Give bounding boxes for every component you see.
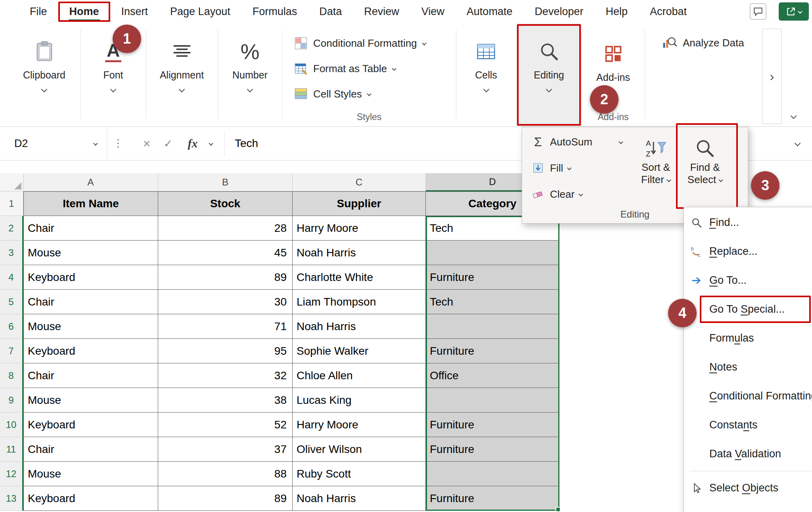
analyze-data-button[interactable]: Analyze Data: [662, 35, 744, 50]
row-header-13[interactable]: 13: [0, 486, 23, 511]
cell-B9[interactable]: 38: [158, 388, 293, 413]
cell-A10[interactable]: Keyboard: [23, 413, 158, 437]
menu-item-data-validation[interactable]: Data Validation: [684, 439, 812, 468]
cell-C3[interactable]: Noah Harris: [293, 241, 426, 265]
cell-A12[interactable]: Mouse: [23, 462, 158, 486]
cell-D8[interactable]: Office: [426, 363, 559, 388]
cell-C9[interactable]: Lucas King: [293, 388, 426, 413]
column-header-b[interactable]: B: [158, 173, 293, 191]
cell-B6[interactable]: 71: [158, 314, 293, 339]
cell-C6[interactable]: Noah Harris: [293, 314, 426, 339]
format-as-table-button[interactable]: Format as Table: [282, 56, 456, 81]
column-header-a[interactable]: A: [23, 173, 158, 191]
menu-tab-view[interactable]: View: [410, 0, 456, 23]
menu-item-notes[interactable]: Notes: [684, 353, 812, 382]
cell-A4[interactable]: Keyboard: [23, 265, 158, 290]
menu-tab-file[interactable]: File: [19, 0, 58, 23]
row-header-4[interactable]: 4: [0, 265, 23, 290]
cell-D10[interactable]: Furniture: [426, 413, 559, 437]
cell-A13[interactable]: Keyboard: [23, 486, 158, 511]
cell-D11[interactable]: Furniture: [426, 437, 559, 462]
cell-D5[interactable]: Tech: [426, 290, 559, 314]
share-button[interactable]: [779, 2, 809, 21]
cell-B8[interactable]: 32: [158, 363, 293, 388]
row-header-8[interactable]: 8: [0, 363, 23, 388]
menu-tab-review[interactable]: Review: [353, 0, 410, 23]
cell-D13[interactable]: Furniture: [426, 486, 559, 511]
menu-item-go-to[interactable]: Go To...: [684, 266, 812, 295]
menu-tab-formulas[interactable]: Formulas: [241, 0, 308, 23]
menu-item-find[interactable]: Find...: [684, 208, 812, 237]
insert-function-button[interactable]: fx: [183, 127, 202, 160]
formula-bar-value[interactable]: Tech: [235, 127, 258, 160]
formula-bar-resizer[interactable]: [117, 143, 119, 144]
cell-C11[interactable]: Oliver Wilson: [293, 437, 426, 462]
menu-tab-developer[interactable]: Developer: [523, 0, 594, 23]
cell-A5[interactable]: Chair: [23, 290, 158, 314]
cell-D7[interactable]: Furniture: [426, 339, 559, 363]
cell-D12[interactable]: [426, 462, 559, 486]
row-header-6[interactable]: 6: [0, 314, 23, 339]
name-box[interactable]: D2: [0, 127, 107, 160]
row-header-9[interactable]: 9: [0, 388, 23, 413]
row-header-11[interactable]: 11: [0, 437, 23, 462]
confirm-entry-button[interactable]: ✓: [160, 127, 176, 160]
cell-B2[interactable]: 28: [158, 216, 293, 241]
row-header-10[interactable]: 10: [0, 413, 23, 437]
menu-item-selection-pane[interactable]: Selection Pane...: [684, 502, 812, 512]
cell-B11[interactable]: 37: [158, 437, 293, 462]
cells-button[interactable]: Cells: [456, 23, 516, 126]
cell-D9[interactable]: [426, 388, 559, 413]
cell-C7[interactable]: Sophie Walker: [293, 339, 426, 363]
menu-item-formulas[interactable]: Formulas: [684, 324, 812, 353]
menu-item-constants[interactable]: Constants: [684, 411, 812, 439]
clipboard-button[interactable]: Clipboard: [8, 23, 80, 126]
expand-formula-bar-icon[interactable]: [795, 140, 801, 147]
sort-filter-button[interactable]: AZ Sort & Filter: [632, 130, 680, 200]
cell-C10[interactable]: Harry Moore: [293, 413, 426, 437]
menu-tab-insert[interactable]: Insert: [110, 0, 159, 23]
cell-B13[interactable]: 89: [158, 486, 293, 511]
conditional-formatting-button[interactable]: Conditional Formatting: [282, 31, 456, 56]
menu-tab-data[interactable]: Data: [308, 0, 353, 23]
comments-button[interactable]: [750, 3, 766, 20]
menu-tab-help[interactable]: Help: [595, 0, 639, 23]
cell-D3[interactable]: [426, 241, 559, 265]
cell-A6[interactable]: Mouse: [23, 314, 158, 339]
menu-tab-home[interactable]: Home: [58, 0, 110, 23]
select-all-corner[interactable]: [0, 173, 23, 191]
menu-item-go-to-special[interactable]: Go To Special...: [684, 295, 812, 324]
cell-A7[interactable]: Keyboard: [23, 339, 158, 363]
menu-tab-automate[interactable]: Automate: [456, 0, 524, 23]
collapse-ribbon-icon[interactable]: [791, 113, 797, 119]
cell-B5[interactable]: 30: [158, 290, 293, 314]
cell-C1[interactable]: Supplier: [293, 191, 426, 216]
row-header-1[interactable]: 1: [0, 191, 23, 216]
editing-button[interactable]: Editing: [516, 23, 582, 126]
row-header-3[interactable]: 3: [0, 241, 23, 265]
cell-C12[interactable]: Ruby Scott: [293, 462, 426, 486]
cell-C5[interactable]: Liam Thompson: [293, 290, 426, 314]
row-header-7[interactable]: 7: [0, 339, 23, 363]
menu-item-select-objects[interactable]: Select Objects: [684, 474, 812, 502]
find-select-button[interactable]: Find & Select: [681, 130, 729, 200]
row-header-12[interactable]: 12: [0, 462, 23, 486]
cell-A1[interactable]: Item Name: [23, 191, 158, 216]
cell-C4[interactable]: Charlotte White: [293, 265, 426, 290]
cell-C2[interactable]: Harry Moore: [293, 216, 426, 241]
cell-B7[interactable]: 95: [158, 339, 293, 363]
addins-button[interactable]: Add-ins: [582, 23, 645, 126]
menu-item-replace[interactable]: bcReplace...: [684, 237, 812, 266]
ribbon-scroll-right-button[interactable]: ›: [762, 29, 782, 124]
cell-styles-button[interactable]: Cell Styles: [282, 81, 456, 107]
cell-A9[interactable]: Mouse: [23, 388, 158, 413]
menu-tab-page-layout[interactable]: Page Layout: [159, 0, 241, 23]
cell-B10[interactable]: 52: [158, 413, 293, 437]
clear-button[interactable]: Clear: [531, 183, 638, 206]
menu-tab-acrobat[interactable]: Acrobat: [639, 0, 698, 23]
alignment-button[interactable]: Alignment: [146, 23, 218, 126]
number-button[interactable]: % Number: [218, 23, 282, 126]
column-header-c[interactable]: C: [293, 173, 426, 191]
cell-A8[interactable]: Chair: [23, 363, 158, 388]
cell-B4[interactable]: 89: [158, 265, 293, 290]
